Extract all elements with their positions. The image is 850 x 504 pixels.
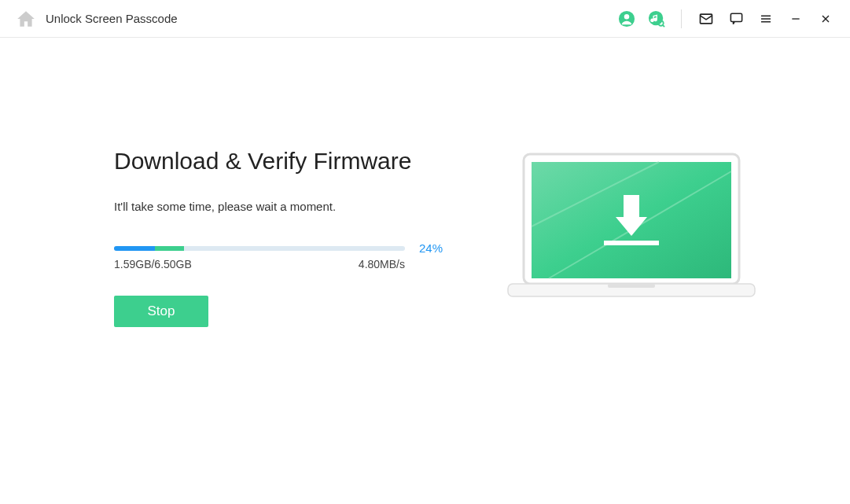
svg-rect-19 [604,241,659,245]
laptop-illustration [502,148,761,308]
svg-line-4 [663,24,664,26]
titlebar-controls [618,9,834,28]
chat-icon[interactable] [727,10,745,28]
titlebar: Unlock Screen Passcode [0,0,850,38]
progress-stats: 1.59GB/6.50GB 4.80MB/s [114,258,405,270]
menu-icon[interactable] [757,10,775,28]
music-search-icon[interactable] [648,10,665,28]
downloaded-text: 1.59GB/6.50GB [114,258,192,270]
progress-percent: 24% [419,241,443,255]
mail-icon[interactable] [697,10,715,28]
minimize-icon[interactable] [787,10,804,28]
account-icon[interactable] [618,10,635,28]
left-panel: Download & Verify Firmware It'll take so… [114,148,444,327]
speed-text: 4.80MB/s [359,258,405,270]
divider [681,9,682,28]
progress-fill-green [155,246,184,251]
home-icon[interactable] [16,9,36,29]
right-panel [460,148,803,327]
svg-rect-21 [608,284,655,288]
progress-row: 24% [114,241,444,255]
sub-text: It'll take some time, please wait a mome… [114,200,444,213]
content: Download & Verify Firmware It'll take so… [0,38,850,327]
svg-rect-17 [624,195,639,219]
svg-rect-6 [730,13,741,21]
svg-point-1 [624,14,629,19]
stop-button[interactable]: Stop [114,296,208,327]
main-heading: Download & Verify Firmware [114,148,444,175]
progress-bar [114,246,405,251]
close-icon[interactable] [817,10,834,28]
page-title: Unlock Screen Passcode [46,12,618,25]
progress-fill-blue [114,246,155,251]
